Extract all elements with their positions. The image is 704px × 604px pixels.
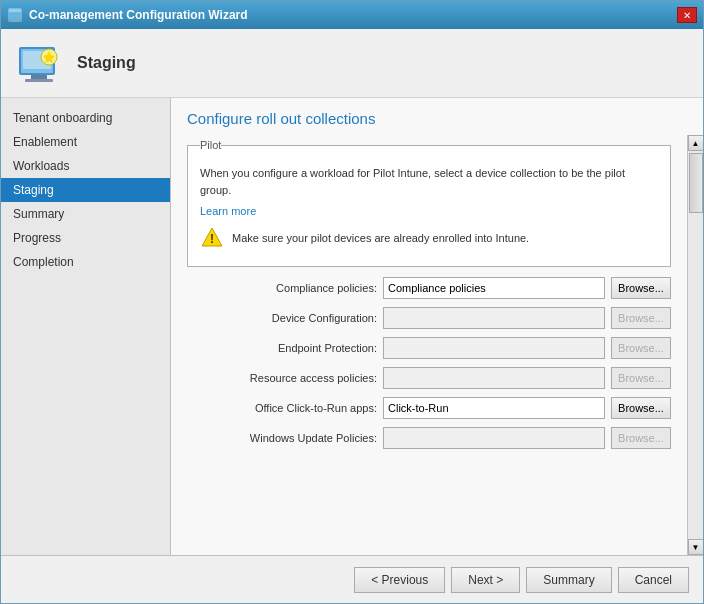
resource-access-label: Resource access policies:: [187, 372, 377, 384]
sidebar-item-completion[interactable]: Completion: [1, 250, 170, 274]
compliance-input[interactable]: [383, 277, 605, 299]
endpoint-browse-btn[interactable]: Browse...: [611, 337, 671, 359]
title-bar: Co-management Configuration Wizard ✕: [1, 1, 703, 29]
form-row-endpoint: Endpoint Protection: Browse...: [187, 337, 671, 359]
resource-access-browse-btn[interactable]: Browse...: [611, 367, 671, 389]
device-config-input[interactable]: [383, 307, 605, 329]
device-config-label: Device Configuration:: [187, 312, 377, 324]
header-section: Staging: [1, 29, 703, 98]
form-row-device-config: Device Configuration: Browse...: [187, 307, 671, 329]
staging-icon: [15, 39, 63, 87]
footer: < Previous Next > Summary Cancel: [1, 555, 703, 603]
scroll-up-btn[interactable]: ▲: [688, 135, 704, 151]
scrollable-content[interactable]: Pilot When you configure a workload for …: [171, 135, 687, 555]
svg-text:!: !: [210, 232, 214, 246]
sidebar-item-tenant-onboarding[interactable]: Tenant onboarding: [1, 106, 170, 130]
endpoint-label: Endpoint Protection:: [187, 342, 377, 354]
cancel-button[interactable]: Cancel: [618, 567, 689, 593]
sidebar-item-workloads[interactable]: Workloads: [1, 154, 170, 178]
main-area: Tenant onboarding Enablement Workloads S…: [1, 98, 703, 555]
resource-access-input[interactable]: [383, 367, 605, 389]
content-with-scroll: Pilot When you configure a workload for …: [171, 135, 703, 555]
form-row-windows-update: Windows Update Policies: Browse...: [187, 427, 671, 449]
compliance-label: Compliance policies:: [187, 282, 377, 294]
form-row-resource-access: Resource access policies: Browse...: [187, 367, 671, 389]
wizard-window: Co-management Configuration Wizard ✕ Sta…: [0, 0, 704, 604]
sidebar: Tenant onboarding Enablement Workloads S…: [1, 98, 171, 555]
windows-update-browse-btn[interactable]: Browse...: [611, 427, 671, 449]
scrollbar: ▲ ▼: [687, 135, 703, 555]
title-bar-left: Co-management Configuration Wizard: [7, 7, 248, 23]
sidebar-item-staging[interactable]: Staging: [1, 178, 170, 202]
pilot-legend: Pilot: [200, 139, 221, 151]
sidebar-item-enablement[interactable]: Enablement: [1, 130, 170, 154]
svg-rect-7: [31, 75, 47, 79]
endpoint-input[interactable]: [383, 337, 605, 359]
window-body: Staging Tenant onboarding Enablement Wor…: [1, 29, 703, 603]
svg-rect-1: [9, 9, 21, 12]
pilot-description: When you configure a workload for Pilot …: [200, 165, 658, 198]
pilot-group: Pilot When you configure a workload for …: [187, 139, 671, 267]
close-button[interactable]: ✕: [677, 7, 697, 23]
office-label: Office Click-to-Run apps:: [187, 402, 377, 414]
office-browse-btn[interactable]: Browse...: [611, 397, 671, 419]
sidebar-item-summary[interactable]: Summary: [1, 202, 170, 226]
content-area: Configure roll out collections Pilot Whe…: [171, 98, 703, 555]
sidebar-item-progress[interactable]: Progress: [1, 226, 170, 250]
previous-button[interactable]: < Previous: [354, 567, 445, 593]
warning-icon: !: [200, 226, 224, 250]
warning-box: ! Make sure your pilot devices are alrea…: [200, 226, 658, 250]
windows-update-input[interactable]: [383, 427, 605, 449]
scroll-down-btn[interactable]: ▼: [688, 539, 704, 555]
summary-button[interactable]: Summary: [526, 567, 611, 593]
compliance-browse-btn[interactable]: Browse...: [611, 277, 671, 299]
windows-update-label: Windows Update Policies:: [187, 432, 377, 444]
warning-text: Make sure your pilot devices are already…: [232, 232, 529, 244]
svg-rect-3: [9, 16, 17, 18]
wizard-icon: [7, 7, 23, 23]
svg-rect-2: [9, 13, 21, 15]
office-input[interactable]: [383, 397, 605, 419]
scroll-thumb[interactable]: [689, 153, 703, 213]
form-rows: Compliance policies: Browse... Device Co…: [187, 277, 671, 449]
header-title: Staging: [77, 54, 136, 72]
svg-rect-8: [25, 79, 53, 82]
next-button[interactable]: Next >: [451, 567, 520, 593]
learn-more-link[interactable]: Learn more: [200, 205, 256, 217]
window-title: Co-management Configuration Wizard: [29, 8, 248, 22]
device-config-browse-btn[interactable]: Browse...: [611, 307, 671, 329]
content-title: Configure roll out collections: [171, 98, 703, 135]
form-row-office: Office Click-to-Run apps: Browse...: [187, 397, 671, 419]
form-row-compliance: Compliance policies: Browse...: [187, 277, 671, 299]
